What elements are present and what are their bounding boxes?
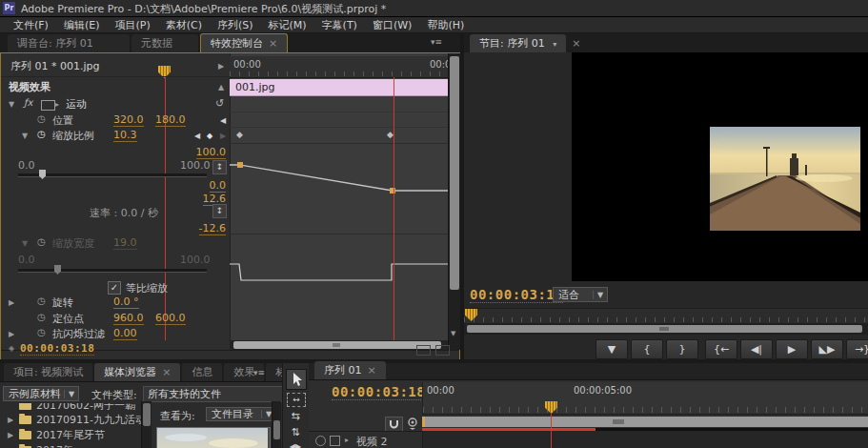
- work-area-bar[interactable]: [422, 417, 868, 427]
- menu-clip[interactable]: 素材(C): [158, 18, 210, 32]
- collapse-up-icon[interactable]: ▲: [218, 83, 224, 92]
- effects-footer-timecode[interactable]: 00:00:03:18: [20, 342, 94, 356]
- toggle-sync-lock-icon[interactable]: [330, 436, 340, 446]
- clip-bar-001jpg[interactable]: 001.jpg: [230, 79, 448, 96]
- tree-item[interactable]: ▶ 2017年尾牙节: [0, 428, 141, 442]
- selection-tool[interactable]: [286, 369, 307, 390]
- source-dropdown[interactable]: 示例原材料▼: [3, 386, 79, 401]
- timeline-ruler[interactable]: 00:00 00:00:05:00: [422, 382, 868, 415]
- view-as-dropdown[interactable]: 文件目录▼: [206, 407, 276, 421]
- mark-in-button[interactable]: {: [631, 339, 663, 359]
- play-around-icon[interactable]: [416, 345, 431, 356]
- velocity-graph-toggle-icon[interactable]: ↕: [212, 204, 227, 218]
- motion-effect-row[interactable]: ▼ ƒx ▸ 运动 ↺: [1, 97, 230, 112]
- step-back-button[interactable]: ◀|: [740, 339, 773, 359]
- scale-graph-min[interactable]: 0.0: [210, 179, 227, 193]
- lane-v-scrollbar[interactable]: ▼: [448, 53, 460, 350]
- nav-next-keyframe-icon[interactable]: ▶: [220, 132, 226, 140]
- add-marker-button[interactable]: ▼: [595, 339, 628, 359]
- collapse-down-icon[interactable]: ▼: [9, 100, 14, 109]
- position-y-value[interactable]: 180.0: [155, 113, 186, 127]
- expand-right-icon[interactable]: ▶: [9, 298, 14, 307]
- stopwatch-icon[interactable]: ◷: [37, 113, 46, 124]
- media-thumbnail[interactable]: [156, 427, 271, 448]
- scale-value-velocity-graph[interactable]: [230, 143, 448, 330]
- anchor-x-value[interactable]: 960.0: [113, 312, 144, 325]
- program-mini-ruler[interactable]: [464, 308, 868, 323]
- effect-clip-header[interactable]: 序列 01 * 001.jpg ▶: [1, 59, 230, 77]
- tab-audio-mixer[interactable]: 调音台: 序列 01: [8, 34, 130, 52]
- menu-edit[interactable]: 编辑(E): [56, 18, 108, 32]
- tree-item[interactable]: ▶ 2017年…: [0, 443, 141, 448]
- menu-title[interactable]: 字幕(T): [314, 18, 365, 32]
- close-icon[interactable]: ×: [368, 364, 376, 377]
- tab-metadata[interactable]: 元数据: [131, 34, 198, 52]
- tree-item[interactable]: 20170602-网子一覇: [0, 403, 141, 412]
- tree-scrollbar[interactable]: [141, 401, 151, 448]
- go-to-out-button[interactable]: →}: [846, 339, 868, 359]
- tab-effect-controls[interactable]: 特效控制台×: [200, 33, 288, 52]
- play-button[interactable]: ▶: [776, 339, 808, 359]
- menu-help[interactable]: 帮助(H): [419, 18, 472, 32]
- effects-mini-ruler[interactable]: 00:00 00:0: [230, 56, 448, 78]
- loop-play-button[interactable]: ◣▶: [811, 339, 843, 359]
- stopwatch-icon[interactable]: ◷: [37, 295, 46, 306]
- nav-prev-keyframe-icon[interactable]: ◀: [194, 132, 200, 140]
- expand-right-icon[interactable]: ▶: [218, 62, 224, 71]
- browser-scrollbar[interactable]: [272, 401, 281, 448]
- menu-file[interactable]: 文件(F): [6, 18, 56, 32]
- close-icon[interactable]: ×: [162, 366, 171, 378]
- mark-out-button[interactable]: }: [666, 339, 698, 359]
- menu-marker[interactable]: 标记(M): [261, 18, 314, 32]
- close-icon[interactable]: ×: [568, 34, 584, 52]
- loop-icon[interactable]: [435, 345, 450, 356]
- close-icon[interactable]: ×: [269, 37, 277, 50]
- tab-program-monitor[interactable]: 节目: 序列 01 ▾: [470, 34, 566, 52]
- work-area-grip[interactable]: [613, 419, 624, 424]
- work-area-start-handle[interactable]: [422, 417, 425, 427]
- antiflicker-value[interactable]: 0.00: [113, 327, 137, 340]
- panel-menu-icon[interactable]: ▾≡: [253, 368, 265, 377]
- program-scrollbar[interactable]: [464, 323, 868, 335]
- tab-sequence-01[interactable]: 序列 01×: [314, 361, 386, 379]
- set-marker-button[interactable]: [407, 417, 419, 430]
- menu-project[interactable]: 项目(P): [107, 18, 157, 32]
- anchor-y-value[interactable]: 600.0: [155, 312, 186, 325]
- rate-stretch-tool[interactable]: ◀▶: [287, 442, 304, 448]
- tab-media-browser[interactable]: 媒体浏览器×: [94, 363, 180, 381]
- add-keyframe-icon[interactable]: ◆: [207, 132, 212, 140]
- nav-prev-keyframe-icon[interactable]: ◀: [220, 116, 226, 125]
- go-to-in-button[interactable]: {←: [705, 339, 737, 359]
- file-type-value[interactable]: 所有支持的文件: [143, 386, 288, 402]
- tab-project[interactable]: 项目: 视频测试: [4, 363, 92, 381]
- stopwatch-icon[interactable]: ◷: [37, 312, 46, 322]
- rotation-value[interactable]: 0.0 °: [113, 295, 139, 309]
- menu-window[interactable]: 窗口(W): [365, 18, 419, 32]
- collapse-down-icon[interactable]: ▼: [22, 132, 28, 140]
- menu-sequence[interactable]: 序列(S): [210, 18, 261, 32]
- reset-icon[interactable]: ↺: [215, 97, 224, 110]
- ripple-edit-tool[interactable]: ⇆: [287, 410, 304, 422]
- scale-value-low[interactable]: -12.6: [199, 222, 226, 235]
- expand-right-icon[interactable]: ▶: [9, 330, 14, 338]
- panel-menu-icon[interactable]: ▾≡: [431, 37, 442, 47]
- scale-graph-max[interactable]: 100.0: [196, 146, 227, 159]
- scroll-down-icon[interactable]: ▼: [451, 330, 455, 337]
- position-x-value[interactable]: 320.0: [113, 113, 144, 127]
- tree-item[interactable]: ▶ 20170911-九九九活动: [0, 413, 141, 427]
- timeline-timecode[interactable]: 00:00:03:18: [332, 384, 425, 400]
- uniform-scale-checkbox[interactable]: ✓: [108, 281, 121, 295]
- stopwatch-icon[interactable]: ◷: [37, 327, 46, 337]
- program-timecode[interactable]: 00:00:03:18: [470, 287, 563, 303]
- scale-slider[interactable]: [18, 173, 207, 177]
- tab-info[interactable]: 信息: [182, 363, 222, 381]
- keyframe-diamond[interactable]: ◆: [236, 130, 243, 139]
- lane-h-scrollbar[interactable]: [230, 340, 448, 350]
- chevron-down-icon[interactable]: ▾: [553, 40, 556, 49]
- expand-track-icon[interactable]: ▸: [345, 436, 349, 444]
- toggle-track-output-icon[interactable]: [315, 436, 326, 446]
- scale-slider-handle[interactable]: [39, 170, 46, 179]
- effects-playhead-line[interactable]: [394, 77, 394, 340]
- track-select-tool[interactable]: ↔: [287, 393, 306, 407]
- scale-value[interactable]: 10.3: [113, 129, 137, 142]
